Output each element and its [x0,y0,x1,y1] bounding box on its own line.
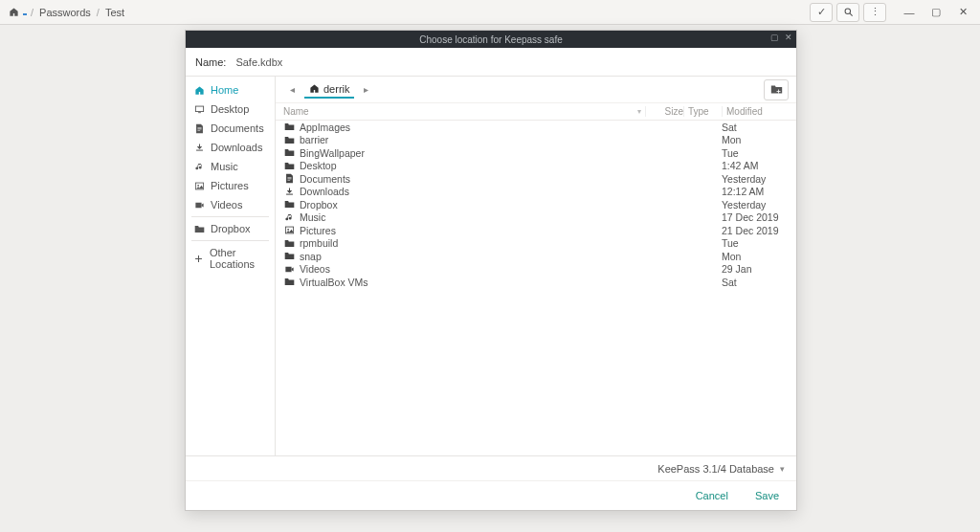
dialog-titlebar[interactable]: Choose location for Keepass safe ▢ ✕ [186,31,796,48]
file-list[interactable]: AppImagesSatbarrierMonBingWallpaperTueDe… [276,121,796,455]
file-format-label: KeePass 3.1/4 Database [657,463,774,475]
svg-rect-13 [285,267,291,273]
file-row[interactable]: Desktop1:42 AM [276,160,796,173]
sidebar-item-dropbox[interactable]: Dropbox [186,219,275,238]
search-button[interactable] [836,3,859,22]
pictures-icon [193,180,205,191]
file-modified: Sat [722,277,789,288]
download-icon [283,186,295,197]
file-name: AppImages [300,122,350,133]
video-icon [193,199,205,211]
col-name[interactable]: Name [283,106,637,117]
file-row[interactable]: Music17 Dec 2019 [276,211,796,225]
breadcrumb-home[interactable] [23,10,27,15]
sidebar-item-videos[interactable]: Videos [186,195,275,214]
places-sidebar: HomeDesktopDocumentsDownloadsMusicPictur… [186,77,276,455]
sidebar-item-label: Downloads [211,142,262,153]
breadcrumb-item[interactable]: Passwords [37,5,93,20]
file-modified: Sat [722,122,789,133]
app-topbar: / Passwords / Test ✓ ⋮ — ▢ ✕ [0,0,980,25]
menu-button[interactable]: ⋮ [863,3,886,22]
file-row[interactable]: AppImagesSat [276,121,796,134]
column-headers[interactable]: Name ▾ Size Type Modified [276,103,796,121]
sidebar-item-label: Other Locations [210,247,267,270]
maximize-button[interactable]: ▢ [924,3,947,22]
file-modified: Yesterday [722,173,789,185]
svg-point-0 [845,9,851,14]
sidebar-item-downloads[interactable]: Downloads [186,138,275,157]
file-format-row[interactable]: KeePass 3.1/4 Database ▾ [186,456,796,481]
sidebar-item-label: Pictures [211,180,249,191]
sidebar-item-other-locations[interactable]: Other Locations [186,243,275,274]
close-button[interactable]: ✕ [951,3,974,22]
sidebar-item-label: Music [211,161,238,172]
file-name: barrier [300,134,328,145]
nav-forward-button[interactable]: ▸ [358,81,375,99]
home-icon [308,83,320,95]
folder-icon [283,237,295,249]
folder-icon [283,147,295,159]
svg-rect-2 [195,106,203,112]
path-segment[interactable]: derrik [304,81,354,99]
dialog-close-icon[interactable]: ✕ [785,33,792,42]
file-modified: Mon [722,251,789,262]
file-row[interactable]: BingWallpaperTue [276,146,796,160]
sidebar-item-label: Videos [211,199,242,211]
sidebar-item-documents[interactable]: Documents [186,119,275,138]
svg-rect-3 [198,112,201,113]
file-row[interactable]: snapMon [276,250,796,263]
file-row[interactable]: Pictures21 Dec 2019 [276,224,796,237]
video-icon [283,263,295,275]
save-button[interactable]: Save [755,490,779,501]
file-modified: 29 Jan [722,263,789,275]
dialog-maximize-icon[interactable]: ▢ [770,33,779,42]
sidebar-item-label: Dropbox [211,223,251,234]
file-name: Downloads [300,186,349,197]
col-modified[interactable]: Modified [722,106,789,117]
home-icon[interactable] [8,7,19,18]
name-label: Name: [195,56,226,68]
sidebar-item-pictures[interactable]: Pictures [186,176,275,195]
sidebar-item-desktop[interactable]: Desktop [186,100,275,119]
file-save-dialog: Choose location for Keepass safe ▢ ✕ Nam… [185,30,797,511]
file-name: BingWallpaper [300,147,365,159]
minimize-button[interactable]: — [898,3,921,22]
filename-input[interactable] [235,56,787,68]
col-size[interactable]: Size [645,106,683,117]
sidebar-item-home[interactable]: Home [186,80,275,100]
file-row[interactable]: VirtualBox VMsSat [276,276,796,289]
folder-icon [283,160,295,171]
path-bar: ◂ derrik ▸ [276,77,796,103]
file-row[interactable]: DropboxYesterday [276,198,796,211]
sidebar-item-music[interactable]: Music [186,157,275,176]
file-name: VirtualBox VMs [300,277,368,288]
svg-rect-10 [286,193,293,194]
document-icon [283,173,295,185]
file-row[interactable]: barrierMon [276,134,796,147]
file-row[interactable]: DocumentsYesterday [276,172,796,186]
check-button[interactable]: ✓ [810,3,833,22]
cancel-button[interactable]: Cancel [696,490,728,501]
file-row[interactable]: rpmbuildTue [276,237,796,251]
file-name: Videos [300,263,330,275]
breadcrumb-item[interactable]: Test [103,5,126,20]
file-modified: 17 Dec 2019 [722,211,789,223]
file-row[interactable]: Downloads12:12 AM [276,186,796,199]
svg-rect-7 [195,202,201,208]
svg-point-6 [197,184,199,186]
nav-back-button[interactable]: ◂ [283,81,301,99]
file-browser: ◂ derrik ▸ Name ▾ Size Type Modified [276,77,796,455]
dialog-footer: KeePass 3.1/4 Database ▾ Cancel Save [186,455,796,510]
music-icon [193,161,205,172]
svg-line-1 [849,13,852,16]
file-modified: Mon [722,134,789,145]
new-folder-button[interactable] [764,79,789,100]
file-modified: 21 Dec 2019 [722,225,789,236]
col-type[interactable]: Type [683,106,722,117]
file-row[interactable]: Videos29 Jan [276,263,796,277]
sort-indicator-icon: ▾ [637,107,641,116]
download-icon [193,142,205,153]
file-name: Desktop [300,160,337,171]
dialog-title: Choose location for Keepass safe [419,34,563,45]
document-icon [193,122,205,134]
